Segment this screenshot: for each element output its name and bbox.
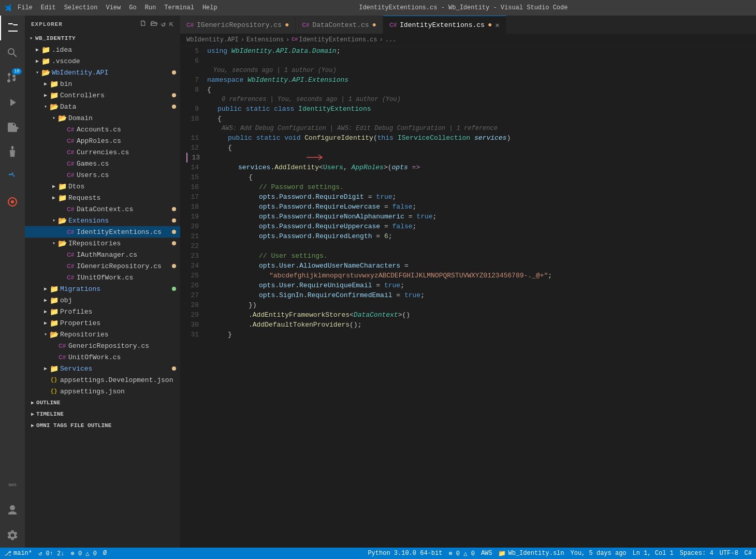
tree-item-bin[interactable]: ▶ 📁 bin	[25, 78, 180, 90]
errors-label: ⊗ 0 △ 0	[70, 550, 96, 557]
tree-item-obj[interactable]: ▶ 📁 obj	[25, 295, 180, 306]
tree-item-idea[interactable]: ▶ 📁 .idea	[25, 44, 180, 55]
tree-item-controllers[interactable]: ▶ 📁 Controllers	[25, 90, 180, 101]
tree-item-accounts-cs[interactable]: C# Accounts.cs	[25, 124, 180, 135]
tree-item-identityextentions-cs[interactable]: C# IdentityExtentions.cs	[25, 226, 180, 238]
tree-item-currencies-cs[interactable]: C# Currencies.cs	[25, 146, 180, 158]
activity-aws[interactable]: aws	[0, 473, 25, 498]
tree-item-iunitofwork-cs[interactable]: C# IUnitOfWork.cs	[25, 272, 180, 283]
tree-item-domain[interactable]: ▾ 📂 Domain	[25, 112, 180, 124]
menu-help[interactable]: Help	[202, 4, 217, 11]
folder-obj-icon: 📁	[50, 296, 58, 304]
tree-item-appsettings-dev[interactable]: {} appsettings.Development.json	[25, 374, 180, 386]
activity-bar: 10 aws	[0, 16, 25, 548]
tree-item-games-cs[interactable]: C# Games.cs	[25, 158, 180, 169]
menu-go[interactable]: Go	[129, 4, 136, 11]
tab-close-identityextentions[interactable]: ✕	[495, 21, 499, 30]
activity-settings[interactable]	[0, 523, 25, 548]
status-language[interactable]: C#	[745, 550, 752, 557]
tree-item-services[interactable]: ▶ 📁 Services	[25, 363, 180, 374]
menu-run[interactable]: Run	[145, 4, 156, 11]
code-line-20: 20 opts.Password.RequireUppercase = fals…	[186, 222, 756, 231]
collapse-all-icon[interactable]: ⇱	[169, 20, 174, 28]
new-folder-icon[interactable]: 🗁	[150, 20, 158, 28]
activity-run-debug[interactable]	[0, 90, 25, 115]
tab-igenericrepository[interactable]: C# IGenericRepository.cs ●	[180, 16, 296, 34]
code-content[interactable]: 5 using WbIdentity.API.Data.Domain; 6 Yo…	[180, 46, 756, 548]
status-encoding[interactable]: UTF-8	[720, 550, 738, 557]
activity-explorer[interactable]	[0, 16, 25, 40]
menu-edit[interactable]: Edit	[41, 4, 56, 11]
status-errors[interactable]: ⊗ 0 △ 0	[70, 550, 96, 557]
refresh-icon[interactable]: ↺	[161, 20, 166, 28]
tree-item-appsettings[interactable]: {} appsettings.json	[25, 386, 180, 397]
tree-item-properties[interactable]: ▶ 📁 Properties	[25, 317, 180, 329]
menu-selection[interactable]: Selection	[64, 4, 98, 11]
status-git-time[interactable]: You, 5 days ago	[571, 550, 627, 557]
activity-source-control[interactable]: 10	[0, 65, 25, 90]
tree-item-iauthmanager-cs[interactable]: C# IAuthManager.cs	[25, 249, 180, 260]
code-line-15: 15 {	[186, 172, 756, 182]
code-line-21: 21 opts.Password.RequiredLength = 6;	[186, 231, 756, 241]
activity-account[interactable]	[0, 498, 25, 523]
tree-item-migrations[interactable]: ▶ 📁 Migrations	[25, 283, 180, 295]
status-workspace[interactable]: 📁 Wb_Identity.sln	[498, 550, 564, 557]
titlebar-menus[interactable]: File Edit Selection View Go Run Terminal…	[18, 4, 217, 11]
new-file-icon[interactable]: 🗋	[139, 20, 147, 28]
tab-modified-identityextentions: ●	[488, 21, 492, 29]
tree-item-vscode[interactable]: ▶ 📁 .vscode	[25, 55, 180, 67]
menu-terminal[interactable]: Terminal	[164, 4, 194, 11]
status-sync[interactable]: ↺ 0↑ 2↓	[38, 550, 64, 557]
section-outline[interactable]: ▶ OUTLINE	[25, 397, 180, 408]
tree-item-repositories[interactable]: ▾ 📂 Repositories	[25, 329, 180, 340]
tab-identityextentions[interactable]: C# IdentityExtentions.cs ● ✕	[383, 16, 506, 34]
tree-item-extensions[interactable]: ▾ 📂 Extensions	[25, 215, 180, 226]
tree-arrow-wbidentity-api: ▾	[33, 69, 41, 76]
tree-item-igenericrepository-cs[interactable]: C# IGenericRepository.cs	[25, 260, 180, 272]
tree-root-wb-identity[interactable]: ▾ WB_IDENTITY	[25, 33, 180, 44]
status-branch[interactable]: ⎇ main*	[4, 550, 32, 557]
tree-item-profiles[interactable]: ▶ 📁 Profiles	[25, 306, 180, 317]
tree-item-irepositories[interactable]: ▾ 📂 IRepositories	[25, 238, 180, 249]
activity-testing[interactable]	[0, 140, 25, 165]
cs-iauthmanager-icon: C#	[66, 251, 75, 259]
status-errors-count[interactable]: ⊗ 0 △ 0	[448, 550, 474, 557]
activity-gitlens[interactable]	[0, 189, 25, 214]
menu-view[interactable]: View	[106, 4, 121, 11]
code-line-23: 23 // User settings.	[186, 251, 756, 261]
section-timeline[interactable]: ▶ TIMELINE	[25, 408, 180, 420]
tree-item-data[interactable]: ▾ 📂 Data	[25, 101, 180, 112]
code-hint-author-1: You, seconds ago | 1 author (You)	[186, 66, 756, 75]
status-lint[interactable]: Ø	[103, 550, 107, 557]
tree-arrow-requests: ▶	[50, 195, 58, 201]
tree-item-users-cs[interactable]: C# Users.cs	[25, 169, 180, 181]
breadcrumb-part-api: WbIdentity.API	[186, 36, 239, 43]
language-label: C#	[745, 550, 752, 557]
igenericrepository-dot	[172, 264, 176, 268]
activity-docker[interactable]	[0, 165, 25, 189]
sidebar-header-icons: 🗋 🗁 ↺ ⇱	[139, 20, 174, 28]
statusbar: ⎇ main* ↺ 0↑ 2↓ ⊗ 0 △ 0 Ø Python 3.10.0 …	[0, 548, 756, 559]
tab-cs-icon-igenericrepository: C#	[186, 22, 194, 28]
tree-item-datacontext-cs[interactable]: C# DataContext.cs	[25, 203, 180, 215]
code-editor[interactable]: 5 using WbIdentity.API.Data.Domain; 6 Yo…	[180, 46, 756, 548]
status-python[interactable]: Python 3.10.0 64-bit	[368, 550, 442, 557]
section-omni-tags[interactable]: ▶ OMNI TAGS FILE OUTLINE	[25, 420, 180, 431]
tree-item-approles-cs[interactable]: C# AppRoles.cs	[25, 135, 180, 146]
tree-item-genericrepository-cs[interactable]: C# GenericRepository.cs	[25, 340, 180, 351]
menu-file[interactable]: File	[18, 4, 33, 11]
tab-datacontext[interactable]: C# DataContext.cs ●	[296, 16, 383, 34]
status-spaces[interactable]: Spaces: 4	[680, 550, 714, 557]
vscode-logo-icon	[5, 4, 13, 12]
main-layout: 10 aws EXPL	[0, 16, 756, 548]
status-aws[interactable]: AWS	[481, 550, 492, 557]
code-line-29: 29 .AddEntityFrameworkStores<DataContext…	[186, 310, 756, 320]
tree-item-wbidentity-api[interactable]: ▾ 📂 WbIdentity.API	[25, 67, 180, 78]
tree-item-requests[interactable]: ▶ 📁 Requests	[25, 192, 180, 203]
status-position[interactable]: Ln 1, Col 1	[633, 550, 674, 557]
activity-extensions[interactable]	[0, 115, 25, 140]
tree-item-unitofwork-cs[interactable]: C# UnitOfWork.cs	[25, 351, 180, 363]
tree-arrow-data: ▾	[41, 104, 50, 110]
tree-item-dtos[interactable]: ▶ 📁 Dtos	[25, 181, 180, 192]
activity-search[interactable]	[0, 40, 25, 65]
